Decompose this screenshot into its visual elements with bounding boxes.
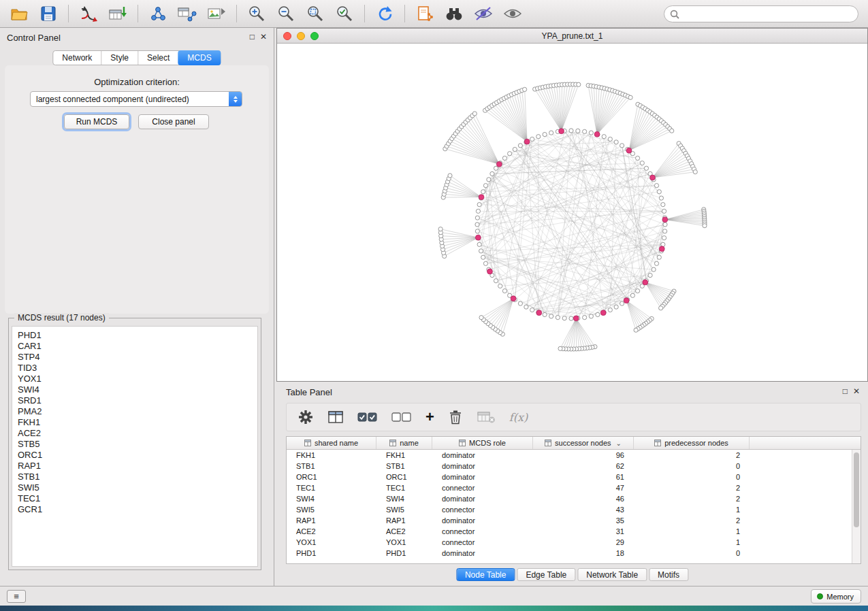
network-canvas[interactable]	[277, 44, 867, 381]
cell-name: ORC1	[376, 472, 432, 482]
cell-successor-nodes: 18	[533, 548, 634, 559]
show-all-button[interactable]	[500, 3, 525, 24]
column-header-successor-nodes[interactable]: successor nodes ⌄	[533, 437, 634, 449]
mcds-result-item[interactable]: STP4	[18, 352, 257, 363]
zoom-fit-button[interactable]	[303, 3, 327, 24]
toolbar-separator	[138, 5, 138, 22]
memory-button[interactable]: Memory	[811, 589, 861, 604]
tab-style[interactable]: Style	[101, 51, 138, 65]
mcds-result-item[interactable]: RAP1	[18, 461, 257, 472]
show-column-button[interactable]	[327, 410, 344, 425]
tab-mcds[interactable]: MCDS	[178, 50, 221, 65]
mcds-result-item[interactable]: GCR1	[18, 504, 257, 515]
mcds-result-item[interactable]: PMA2	[18, 406, 257, 417]
network-from-table-button[interactable]	[175, 3, 199, 24]
search-icon	[670, 10, 679, 19]
table-row[interactable]: SWI4 SWI4 dominator 46 2	[287, 493, 861, 504]
cell-shared-name: ORC1	[287, 472, 376, 482]
search-network-button[interactable]	[442, 3, 466, 24]
memory-label: Memory	[826, 593, 854, 601]
table-delete-icon	[477, 410, 496, 424]
deselect-all-rows-button[interactable]	[391, 412, 412, 423]
mcds-result-item[interactable]: ACE2	[18, 428, 257, 439]
mcds-result-item[interactable]: STB1	[18, 472, 257, 482]
import-table-disabled-button[interactable]	[477, 410, 496, 424]
zoom-in-button[interactable]	[244, 3, 269, 24]
mcds-result-item[interactable]: STB5	[18, 439, 257, 450]
table-row[interactable]: RAP1 RAP1 dominator 35 2	[287, 515, 861, 526]
mcds-result-item[interactable]: SRD1	[18, 395, 257, 406]
column-header-shared-name[interactable]: shared name	[287, 437, 376, 449]
network-graph[interactable]	[277, 44, 867, 381]
tab-edge-table[interactable]: Edge Table	[517, 568, 575, 581]
mcds-result-item[interactable]: TID3	[18, 363, 257, 374]
table-row[interactable]: FKH1 FKH1 dominator 96 2	[287, 450, 861, 461]
criterion-dropdown[interactable]: largest connected component (undirected)	[30, 91, 242, 107]
mcds-result-item[interactable]: PHD1	[18, 330, 257, 341]
apply-layout-button[interactable]	[372, 3, 397, 24]
global-search[interactable]	[664, 5, 858, 22]
memory-status-dot	[817, 593, 823, 599]
table-panel-close-icon[interactable]: ✕	[853, 386, 860, 396]
mcds-result-list: PHD1 CAR1 STP4 TID3 YOX1 SWI4 SRD1 PMA2 …	[12, 326, 258, 567]
cell-shared-name: STB1	[287, 461, 376, 472]
column-header-name[interactable]: name	[376, 437, 432, 449]
mcds-result-item[interactable]: ORC1	[18, 450, 257, 461]
cell-predecessor-nodes: 1	[634, 526, 750, 537]
control-panel-close-icon[interactable]: ✕	[260, 32, 267, 42]
cell-predecessor-nodes: 2	[634, 482, 750, 493]
network-window-titlebar[interactable]: YPA_prune.txt_1	[277, 29, 867, 44]
table-vertical-scrollbar[interactable]	[852, 450, 861, 563]
tab-network[interactable]: Network	[53, 51, 101, 65]
table-row[interactable]: STB1 STB1 dominator 62 0	[287, 461, 861, 472]
export-image-button[interactable]	[204, 3, 229, 24]
table-row[interactable]: TEC1 TEC1 connector 47 2	[287, 482, 861, 493]
column-header-mcds-role[interactable]: MCDS role	[432, 437, 533, 449]
tab-node-table[interactable]: Node Table	[456, 568, 515, 581]
delete-column-button[interactable]	[448, 409, 463, 425]
search-input[interactable]	[679, 10, 858, 19]
cell-name: PHD1	[376, 548, 432, 559]
open-session-button[interactable]	[7, 3, 31, 24]
tab-network-table[interactable]: Network Table	[577, 568, 647, 581]
import-network-icon	[80, 5, 97, 22]
new-network-button[interactable]	[146, 3, 170, 24]
hide-selected-button[interactable]	[471, 3, 496, 24]
mcds-result-item[interactable]: CAR1	[18, 341, 257, 352]
zoom-out-button[interactable]	[274, 3, 298, 24]
table-panel-float-icon[interactable]: □	[843, 386, 848, 396]
eye-slash-icon	[474, 6, 493, 21]
mcds-result-item[interactable]: SWI5	[18, 482, 257, 493]
zoom-selected-button[interactable]	[332, 3, 357, 24]
import-table-button[interactable]	[106, 3, 130, 24]
table-row[interactable]: YOX1 YOX1 connector 29 1	[287, 537, 861, 548]
cell-name: YOX1	[376, 537, 432, 548]
scrollbar-thumb[interactable]	[854, 452, 859, 527]
mcds-result-item[interactable]: YOX1	[18, 374, 257, 384]
add-column-button[interactable]: +	[425, 410, 434, 424]
mcds-result-item[interactable]: TEC1	[18, 493, 257, 504]
column-settings-button[interactable]	[298, 409, 314, 425]
run-mcds-button[interactable]: Run MCDS	[64, 114, 129, 129]
share-document-button[interactable]	[413, 3, 437, 24]
table-row[interactable]: PHD1 PHD1 dominator 18 0	[287, 548, 861, 559]
cell-successor-nodes: 61	[533, 472, 634, 482]
cell-shared-name: PHD1	[287, 548, 376, 559]
cell-successor-nodes: 31	[533, 526, 634, 537]
task-history-button[interactable]: ≡	[7, 590, 26, 603]
table-row[interactable]: ORC1 ORC1 dominator 61 0	[287, 472, 861, 482]
column-header-predecessor-nodes[interactable]: predecessor nodes	[634, 437, 750, 449]
close-panel-button[interactable]: Close panel	[138, 114, 209, 129]
mcds-result-item[interactable]: FKH1	[18, 417, 257, 428]
import-network-button[interactable]	[76, 3, 101, 24]
mcds-result-item[interactable]: SWI4	[18, 384, 257, 395]
table-row[interactable]: ACE2 ACE2 connector 31 1	[287, 526, 861, 537]
function-builder-button[interactable]: f(x)	[509, 411, 528, 424]
table-row[interactable]: SWI5 SWI5 connector 43 1	[287, 504, 861, 515]
select-all-rows-button[interactable]	[357, 412, 378, 423]
column-type-icon	[389, 440, 396, 446]
save-session-button[interactable]	[36, 3, 61, 24]
tab-select[interactable]: Select	[138, 51, 178, 65]
tab-motifs[interactable]: Motifs	[649, 568, 688, 581]
control-panel-float-icon[interactable]: □	[250, 32, 255, 42]
